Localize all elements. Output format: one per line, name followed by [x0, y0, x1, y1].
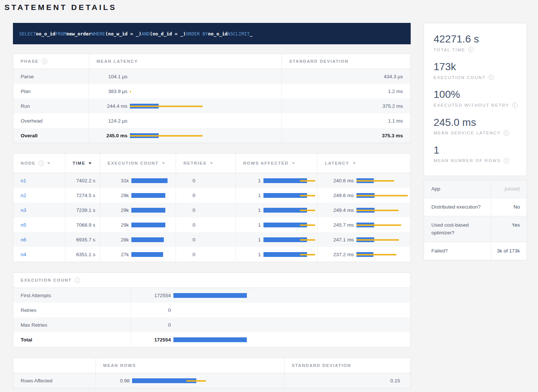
bar-stddev-line — [130, 91, 131, 92]
bar-mean-fill — [173, 293, 247, 298]
node-link[interactable]: n6 — [21, 237, 26, 243]
node-name-cell: n1 — [13, 173, 65, 188]
rows-affected-bar — [263, 193, 318, 198]
exec-row-value-cell: 172554 — [131, 288, 410, 303]
rows-affected-value: 1 — [243, 252, 261, 257]
phase-latency-table: PhaseMean LatencyStandard DeviationParse… — [13, 54, 411, 143]
info-icon[interactable] — [468, 47, 474, 52]
rows-affected-row: Rows Affected0.980.15 — [13, 373, 410, 388]
node-column-header-node[interactable]: Node — [13, 154, 65, 173]
stddev-value: 1.1 ms — [388, 118, 403, 124]
bar-mean-fill — [173, 337, 247, 342]
sort-arrow-icon[interactable] — [292, 162, 295, 164]
summary-label: Executed without Retry — [434, 103, 519, 108]
sort-arrow-icon[interactable] — [162, 162, 165, 164]
phase-name: Run — [21, 103, 30, 109]
exec-row-label-cell: First Attempts — [13, 288, 131, 303]
retries-value: 0 — [193, 193, 196, 198]
phase-row: Overall245.0 ms375.3 ms — [13, 128, 410, 143]
summary-item: 245.0 msMean Service Latency — [434, 117, 519, 136]
sort-arrow-icon[interactable] — [353, 162, 356, 164]
phase-name: Plan — [21, 89, 31, 94]
stddev-value: 375.2 ms — [382, 103, 403, 109]
node-rows-affected-cell: 1 — [235, 247, 317, 262]
phase-name-cell: Plan — [13, 84, 89, 99]
sql-token: (no_d_id = _) — [150, 31, 186, 37]
node-column-header-time[interactable]: Time — [65, 154, 100, 173]
info-icon[interactable] — [42, 59, 47, 64]
sort-arrow-icon[interactable] — [47, 162, 50, 164]
node-link[interactable]: n3 — [21, 207, 26, 213]
stddev-cell: 375.2 ms — [282, 99, 410, 113]
exec-row-value: 0 — [138, 307, 171, 313]
details-row: Failed?3k of 173k — [424, 242, 527, 260]
summary-item: 100%Executed without Retry — [434, 89, 519, 108]
exec-count-value: 29k — [107, 193, 129, 198]
bar-stddev-line — [356, 180, 394, 182]
bar-stddev-line — [300, 195, 315, 196]
rows-affected-value: 1 — [243, 222, 261, 228]
summary-label: Mean Number of Rows — [434, 158, 519, 164]
mean-latency-bar — [130, 118, 285, 123]
rows-affected-value: 1 — [243, 178, 261, 183]
info-icon[interactable] — [75, 278, 80, 283]
exec-row-label: First Attempts — [21, 293, 51, 298]
mean-latency-value: 244.4 ms — [96, 103, 127, 109]
node-link[interactable]: n4 — [21, 252, 26, 257]
node-exec-count-cell: 28k — [100, 232, 176, 247]
node-retries-cell: 0 — [176, 173, 235, 188]
sql-token: new_order — [66, 31, 92, 37]
details-row-value: No — [491, 198, 527, 216]
node-link[interactable]: n1 — [21, 178, 26, 183]
exec-row-bar — [173, 308, 413, 313]
node-link[interactable]: n5 — [21, 222, 26, 228]
info-icon[interactable] — [504, 158, 509, 164]
bar-stddev-line — [356, 239, 399, 241]
node-link[interactable]: n2 — [21, 193, 26, 198]
rows-affected-bar — [263, 223, 318, 227]
info-icon[interactable] — [512, 103, 518, 108]
phase-table-header: PhaseMean LatencyStandard Deviation — [13, 54, 410, 69]
node-latency-cell: 247.1 ms — [317, 232, 410, 247]
exec-row-value: 172554 — [138, 293, 171, 298]
statement-details-card: App(unset)Distributed execution?NoUsed c… — [424, 180, 527, 260]
info-icon[interactable] — [489, 75, 494, 80]
exec-row-value: 0 — [138, 322, 171, 328]
exec-row-label: Retries — [21, 307, 37, 313]
latency-value: 247.1 ms — [325, 237, 354, 243]
info-icon[interactable] — [504, 130, 509, 136]
stddev-cell: 375.3 ms — [282, 128, 410, 143]
retries-value: 0 — [193, 252, 196, 257]
sort-arrow-icon[interactable] — [210, 162, 213, 164]
column-header-label: Standard Deviation — [289, 59, 349, 63]
bar-mean-fill — [131, 178, 168, 183]
node-time-cell: 7402.2 s — [65, 173, 100, 188]
node-column-header-retries[interactable]: Retries — [176, 154, 235, 173]
node-column-header-rows-affected[interactable]: Rows Affected — [235, 154, 317, 173]
bar-stddev-line — [300, 180, 315, 182]
exec-table-header: Execution Count — [13, 273, 410, 288]
latency-bar — [356, 237, 410, 242]
exec-table-title: Execution Count — [21, 278, 72, 282]
exec-count-bar — [131, 237, 183, 242]
mean-latency-value: 124.2 µs — [96, 118, 127, 124]
exec-row-label: Total — [21, 337, 32, 343]
rows-affected-table: Mean RowsStandard DeviationRows Affected… — [13, 358, 411, 388]
bar-mean-fill — [131, 223, 165, 227]
node-column-header-execution-count[interactable]: Execution Count — [100, 154, 176, 173]
exec-row-value-cell: 172554 — [131, 332, 410, 347]
bar-stddev-line — [356, 210, 399, 211]
bar-mean-fill — [131, 237, 164, 242]
sql-token: FROM — [55, 31, 66, 37]
rows-column-header: Standard Deviation — [284, 358, 410, 373]
info-icon[interactable] — [38, 161, 44, 166]
retries-value: 0 — [193, 207, 196, 213]
node-row: n27274.5 s29k01249.6 ms — [13, 188, 410, 203]
sort-arrow-icon[interactable] — [89, 162, 92, 164]
summary-label-text: Execution Count — [434, 75, 486, 80]
mean-latency-cell: 244.4 ms — [89, 99, 282, 113]
latency-value: 245.7 ms — [325, 222, 354, 228]
exec-row-value-cell: 0 — [131, 317, 410, 332]
latency-value: 237.2 ms — [325, 252, 354, 257]
node-column-header-latency[interactable]: Latency — [317, 154, 410, 173]
